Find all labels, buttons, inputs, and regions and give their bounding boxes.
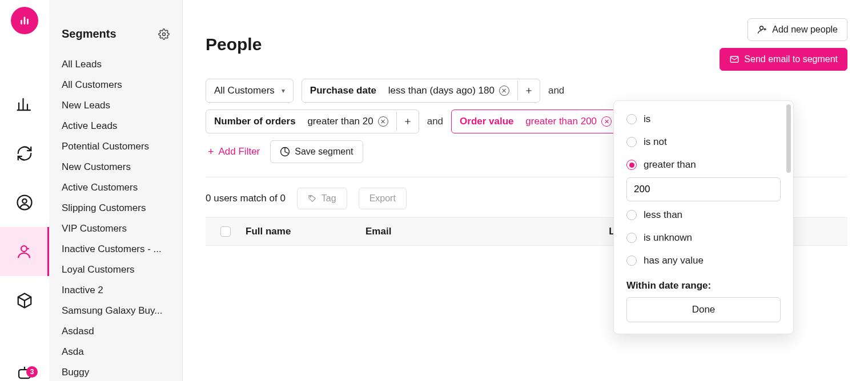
option-less-than[interactable]: less than (626, 204, 781, 226)
option-label: greater than (644, 159, 696, 171)
nav-audiences[interactable] (0, 178, 49, 227)
filter-condition-text: greater than 20 (307, 116, 373, 127)
segment-item[interactable]: New Leads (49, 95, 182, 116)
column-email[interactable]: Email (365, 226, 537, 237)
sync-icon (16, 145, 33, 162)
brand-logo[interactable] (11, 7, 38, 34)
segment-item[interactable]: Inactive 2 (49, 280, 182, 301)
nav-rail: 3 (0, 0, 49, 381)
segment-item[interactable]: Slipping Customers (49, 198, 182, 218)
segments-title: Segments (62, 27, 116, 40)
remove-filter-icon[interactable]: ✕ (601, 116, 612, 127)
filter-field-label: Order value (460, 116, 514, 127)
svg-point-7 (18, 196, 32, 210)
filter-field-label: Purchase date (310, 85, 376, 96)
segment-item[interactable]: Buggy (49, 362, 182, 381)
add-people-button[interactable]: Add new people (748, 18, 847, 41)
segment-selector-label: All Customers (214, 85, 275, 96)
filter-chip-purchase-date[interactable]: Purchase date less than (days ago) 180 ✕ (302, 79, 540, 103)
segment-item[interactable]: All Customers (49, 75, 182, 95)
filter-value-input[interactable] (626, 177, 781, 201)
svg-point-9 (21, 246, 27, 252)
add-sibling-filter-button[interactable] (517, 81, 540, 100)
add-filter-label: Add Filter (219, 146, 260, 157)
person-plus-icon (757, 25, 767, 35)
segment-item[interactable]: VIP Customers (49, 218, 182, 239)
filter-chip-number-of-orders[interactable]: Number of orders greater than 20 ✕ (206, 110, 419, 133)
column-full-name[interactable]: Full name (246, 226, 365, 237)
plus-icon: + (208, 147, 214, 157)
segment-item[interactable]: Asdasd (49, 321, 182, 342)
segment-item[interactable]: New Customers (49, 157, 182, 177)
nav-analytics[interactable] (0, 80, 49, 129)
mail-icon (729, 54, 740, 64)
svg-point-26 (310, 196, 311, 197)
remove-filter-icon[interactable]: ✕ (499, 86, 509, 96)
export-button[interactable]: Export (359, 188, 407, 209)
segment-item[interactable]: Active Leads (49, 116, 182, 136)
save-segment-label: Save segment (295, 147, 353, 157)
radio-icon (626, 114, 637, 124)
radio-icon (626, 233, 637, 243)
add-sibling-filter-button[interactable] (396, 112, 419, 131)
pie-chart-icon (280, 147, 290, 157)
bar-chart-logo-icon (18, 14, 31, 27)
svg-point-8 (22, 199, 27, 204)
nav-products[interactable] (0, 276, 49, 325)
option-is-unknown[interactable]: is unknown (626, 226, 781, 249)
option-label: has any value (644, 255, 704, 266)
option-is[interactable]: is (626, 108, 781, 131)
option-label: is (644, 114, 650, 125)
segments-list: All Leads All Customers New Leads Active… (49, 54, 182, 381)
tag-icon (308, 194, 317, 203)
svg-point-15 (760, 26, 763, 30)
person-gear-icon (16, 194, 33, 211)
tag-button[interactable]: Tag (297, 188, 347, 209)
option-label: is not (644, 136, 667, 148)
page-title: People (206, 35, 262, 54)
radio-icon (626, 256, 637, 266)
remove-filter-icon[interactable]: ✕ (378, 116, 388, 127)
segments-panel: Segments All Leads All Customers New Lea… (49, 0, 183, 381)
option-label: is unknown (644, 232, 692, 244)
done-button[interactable]: Done (626, 297, 781, 322)
plus-icon (525, 87, 533, 95)
filter-condition-popover: is is not greater than less than is unkn… (613, 100, 794, 334)
rail-badge: 3 (26, 366, 38, 378)
and-conjunction: and (548, 85, 564, 96)
option-label: less than (644, 209, 682, 221)
people-icon (15, 243, 33, 260)
option-has-any-value[interactable]: has any value (626, 249, 781, 272)
save-segment-button[interactable]: Save segment (270, 140, 363, 163)
segment-item[interactable]: Loyal Customers (49, 260, 182, 280)
send-email-button[interactable]: Send email to segment (720, 48, 847, 71)
add-filter-button[interactable]: + Add Filter (206, 140, 262, 163)
main-content: People Add new people Send email to segm… (183, 0, 868, 381)
segment-item[interactable]: Active Customers (49, 177, 182, 198)
nav-sync[interactable] (0, 129, 49, 178)
results-count-text: 0 users match of 0 (206, 193, 286, 204)
segment-item[interactable]: Asda (49, 342, 182, 362)
export-label: Export (369, 193, 396, 204)
svg-point-14 (163, 33, 166, 35)
nav-people[interactable] (0, 227, 49, 276)
segment-item[interactable]: Samsung Galaxy Buy... (49, 301, 182, 321)
tag-label: Tag (322, 193, 336, 204)
bar-chart-icon (16, 96, 33, 113)
segment-item[interactable]: Potential Customers (49, 136, 182, 157)
radio-icon (626, 137, 637, 147)
segment-item[interactable]: Inactive Customers - ... (49, 239, 182, 260)
select-all-checkbox[interactable] (220, 226, 231, 237)
nav-chatbot[interactable]: 3 (0, 358, 49, 381)
chevron-down-icon: ▾ (282, 87, 285, 95)
radio-icon (626, 160, 637, 170)
segment-selector-chip[interactable]: All Customers ▾ (206, 79, 294, 103)
filter-field-label: Number of orders (214, 116, 296, 127)
option-is-not[interactable]: is not (626, 131, 781, 153)
segments-settings-button[interactable] (158, 29, 170, 40)
popover-scrollbar[interactable] (786, 104, 791, 173)
option-greater-than[interactable]: greater than (626, 153, 781, 176)
filter-condition-text: greater than 200 (525, 116, 597, 127)
segment-item[interactable]: All Leads (49, 54, 182, 75)
plus-icon (404, 117, 412, 125)
